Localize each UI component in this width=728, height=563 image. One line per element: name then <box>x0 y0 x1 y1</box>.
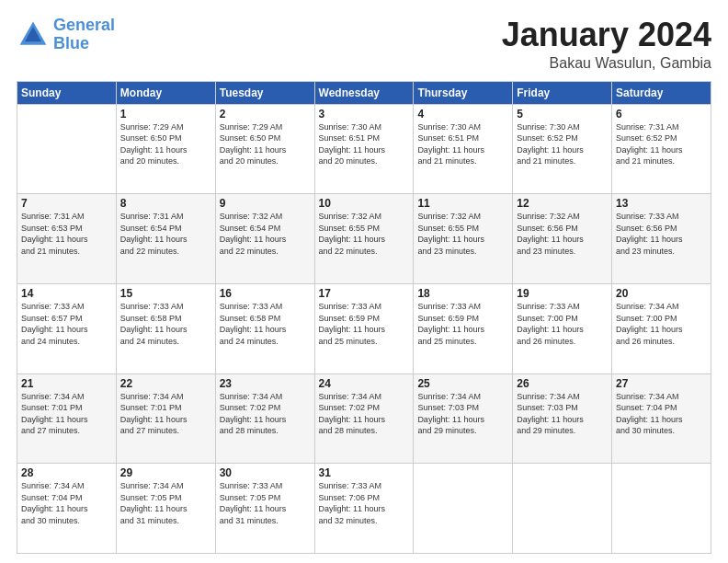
calendar-cell: 30Sunrise: 7:33 AM Sunset: 7:05 PM Dayli… <box>215 464 314 554</box>
calendar-cell <box>513 464 612 554</box>
day-info: Sunrise: 7:34 AM Sunset: 7:00 PM Dayligh… <box>616 301 707 347</box>
calendar-cell: 31Sunrise: 7:33 AM Sunset: 7:06 PM Dayli… <box>314 464 414 554</box>
day-info: Sunrise: 7:33 AM Sunset: 7:06 PM Dayligh… <box>319 480 410 526</box>
calendar-cell: 24Sunrise: 7:34 AM Sunset: 7:02 PM Dayli… <box>314 373 414 464</box>
day-info: Sunrise: 7:29 AM Sunset: 6:50 PM Dayligh… <box>120 121 211 167</box>
weekday-header-wednesday: Wednesday <box>314 81 414 104</box>
calendar-cell: 13Sunrise: 7:33 AM Sunset: 6:56 PM Dayli… <box>612 194 711 284</box>
day-number: 8 <box>120 197 211 210</box>
day-info: Sunrise: 7:31 AM Sunset: 6:53 PM Dayligh… <box>21 211 112 257</box>
day-info: Sunrise: 7:32 AM Sunset: 6:54 PM Dayligh… <box>220 211 311 257</box>
weekday-header-sunday: Sunday <box>17 81 117 104</box>
week-row-1: 1Sunrise: 7:29 AM Sunset: 6:50 PM Daylig… <box>17 104 711 194</box>
logo-icon <box>17 18 50 52</box>
day-number: 27 <box>616 377 707 390</box>
day-info: Sunrise: 7:31 AM Sunset: 6:54 PM Dayligh… <box>120 211 211 257</box>
calendar-cell: 9Sunrise: 7:32 AM Sunset: 6:54 PM Daylig… <box>215 194 314 284</box>
day-number: 24 <box>319 377 410 390</box>
calendar-cell: 16Sunrise: 7:33 AM Sunset: 6:58 PM Dayli… <box>215 283 314 373</box>
calendar-cell: 10Sunrise: 7:32 AM Sunset: 6:55 PM Dayli… <box>314 194 414 284</box>
day-info: Sunrise: 7:32 AM Sunset: 6:56 PM Dayligh… <box>517 211 608 257</box>
day-info: Sunrise: 7:33 AM Sunset: 6:59 PM Dayligh… <box>319 301 410 347</box>
day-number: 9 <box>220 197 311 210</box>
day-info: Sunrise: 7:34 AM Sunset: 7:02 PM Dayligh… <box>319 391 410 437</box>
day-number: 26 <box>517 377 608 390</box>
weekday-header-monday: Monday <box>116 81 215 104</box>
day-number: 5 <box>517 108 608 121</box>
day-number: 10 <box>319 197 410 210</box>
day-info: Sunrise: 7:34 AM Sunset: 7:02 PM Dayligh… <box>220 391 311 437</box>
calendar-cell <box>17 104 117 194</box>
day-number: 22 <box>120 377 211 390</box>
logo-text: General Blue <box>53 17 115 53</box>
calendar-table: SundayMondayTuesdayWednesdayThursdayFrid… <box>17 81 711 554</box>
calendar-cell: 28Sunrise: 7:34 AM Sunset: 7:04 PM Dayli… <box>17 464 117 554</box>
calendar-cell: 12Sunrise: 7:32 AM Sunset: 6:56 PM Dayli… <box>513 194 612 284</box>
weekday-header-saturday: Saturday <box>612 81 711 104</box>
day-info: Sunrise: 7:34 AM Sunset: 7:01 PM Dayligh… <box>120 391 211 437</box>
calendar-cell: 4Sunrise: 7:30 AM Sunset: 6:51 PM Daylig… <box>414 104 513 194</box>
calendar-cell: 3Sunrise: 7:30 AM Sunset: 6:51 PM Daylig… <box>314 104 414 194</box>
calendar-cell: 26Sunrise: 7:34 AM Sunset: 7:03 PM Dayli… <box>513 373 612 464</box>
calendar-cell: 1Sunrise: 7:29 AM Sunset: 6:50 PM Daylig… <box>116 104 215 194</box>
day-info: Sunrise: 7:34 AM Sunset: 7:05 PM Dayligh… <box>120 480 211 526</box>
day-number: 2 <box>220 108 311 121</box>
calendar-cell: 27Sunrise: 7:34 AM Sunset: 7:04 PM Dayli… <box>612 373 711 464</box>
logo: General Blue <box>17 17 115 53</box>
day-number: 16 <box>220 287 311 300</box>
calendar-cell: 22Sunrise: 7:34 AM Sunset: 7:01 PM Dayli… <box>116 373 215 464</box>
day-info: Sunrise: 7:30 AM Sunset: 6:51 PM Dayligh… <box>417 121 508 167</box>
day-number: 30 <box>220 466 311 479</box>
day-info: Sunrise: 7:33 AM Sunset: 6:58 PM Dayligh… <box>220 301 311 347</box>
weekday-header-row: SundayMondayTuesdayWednesdayThursdayFrid… <box>17 81 711 104</box>
day-info: Sunrise: 7:34 AM Sunset: 7:03 PM Dayligh… <box>517 391 608 437</box>
calendar-cell <box>414 464 513 554</box>
header: General Blue January 2024 Bakau Wasulun,… <box>17 17 711 72</box>
day-info: Sunrise: 7:32 AM Sunset: 6:55 PM Dayligh… <box>417 211 508 257</box>
day-number: 17 <box>319 287 410 300</box>
day-number: 11 <box>417 197 508 210</box>
calendar-cell: 6Sunrise: 7:31 AM Sunset: 6:52 PM Daylig… <box>612 104 711 194</box>
weekday-header-thursday: Thursday <box>414 81 513 104</box>
day-number: 18 <box>417 287 508 300</box>
day-number: 14 <box>21 287 112 300</box>
calendar-cell: 8Sunrise: 7:31 AM Sunset: 6:54 PM Daylig… <box>116 194 215 284</box>
day-info: Sunrise: 7:34 AM Sunset: 7:04 PM Dayligh… <box>616 391 707 437</box>
week-row-5: 28Sunrise: 7:34 AM Sunset: 7:04 PM Dayli… <box>17 464 711 554</box>
calendar-cell: 2Sunrise: 7:29 AM Sunset: 6:50 PM Daylig… <box>215 104 314 194</box>
calendar-cell: 17Sunrise: 7:33 AM Sunset: 6:59 PM Dayli… <box>314 283 414 373</box>
day-info: Sunrise: 7:34 AM Sunset: 7:01 PM Dayligh… <box>21 391 112 437</box>
day-info: Sunrise: 7:34 AM Sunset: 7:04 PM Dayligh… <box>21 480 112 526</box>
day-info: Sunrise: 7:29 AM Sunset: 6:50 PM Dayligh… <box>220 121 311 167</box>
weekday-header-tuesday: Tuesday <box>215 81 314 104</box>
day-number: 20 <box>616 287 707 300</box>
day-number: 6 <box>616 108 707 121</box>
week-row-3: 14Sunrise: 7:33 AM Sunset: 6:57 PM Dayli… <box>17 283 711 373</box>
day-info: Sunrise: 7:32 AM Sunset: 6:55 PM Dayligh… <box>319 211 410 257</box>
day-number: 28 <box>21 466 112 479</box>
day-number: 21 <box>21 377 112 390</box>
day-number: 25 <box>417 377 508 390</box>
day-info: Sunrise: 7:34 AM Sunset: 7:03 PM Dayligh… <box>417 391 508 437</box>
day-info: Sunrise: 7:30 AM Sunset: 6:51 PM Dayligh… <box>319 121 410 167</box>
calendar-cell: 18Sunrise: 7:33 AM Sunset: 6:59 PM Dayli… <box>414 283 513 373</box>
calendar-cell: 29Sunrise: 7:34 AM Sunset: 7:05 PM Dayli… <box>116 464 215 554</box>
day-number: 7 <box>21 197 112 210</box>
day-number: 3 <box>319 108 410 121</box>
calendar-cell: 20Sunrise: 7:34 AM Sunset: 7:00 PM Dayli… <box>612 283 711 373</box>
day-info: Sunrise: 7:33 AM Sunset: 7:00 PM Dayligh… <box>517 301 608 347</box>
day-info: Sunrise: 7:31 AM Sunset: 6:52 PM Dayligh… <box>616 121 707 167</box>
calendar-cell: 23Sunrise: 7:34 AM Sunset: 7:02 PM Dayli… <box>215 373 314 464</box>
day-number: 13 <box>616 197 707 210</box>
day-info: Sunrise: 7:33 AM Sunset: 6:58 PM Dayligh… <box>120 301 211 347</box>
title-block: January 2024 Bakau Wasulun, Gambia <box>502 17 711 72</box>
day-number: 12 <box>517 197 608 210</box>
day-number: 29 <box>120 466 211 479</box>
day-info: Sunrise: 7:33 AM Sunset: 6:57 PM Dayligh… <box>21 301 112 347</box>
calendar-cell: 7Sunrise: 7:31 AM Sunset: 6:53 PM Daylig… <box>17 194 117 284</box>
weekday-header-friday: Friday <box>513 81 612 104</box>
day-number: 1 <box>120 108 211 121</box>
calendar-cell: 5Sunrise: 7:30 AM Sunset: 6:52 PM Daylig… <box>513 104 612 194</box>
day-number: 15 <box>120 287 211 300</box>
month-title: January 2024 <box>502 17 711 53</box>
